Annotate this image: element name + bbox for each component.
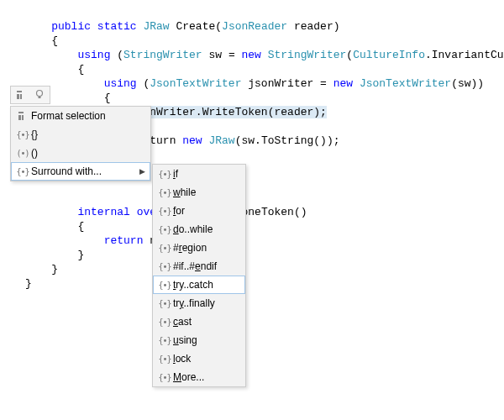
template-icon: {•} xyxy=(156,207,173,216)
template-icon: {•} xyxy=(156,225,173,234)
submenu-arrow-icon: ▶ xyxy=(139,167,145,176)
code-line: { xyxy=(25,34,58,47)
parens-icon: (•) xyxy=(14,149,31,158)
surround-item-label: #if..#endif xyxy=(173,260,240,272)
surround-item-more[interactable]: {•}More... xyxy=(153,368,245,386)
surround-item-label: #region xyxy=(173,242,240,254)
menu-item-format-selection[interactable]: Format selection xyxy=(11,107,150,125)
surround-item-region[interactable]: {•}#region xyxy=(153,239,245,257)
template-icon: {•} xyxy=(156,336,173,345)
menu-item-label: Surround with... xyxy=(31,165,139,177)
svg-point-0 xyxy=(37,91,43,97)
menu-item-label: () xyxy=(31,147,145,159)
surround-item-label: try..finally xyxy=(173,297,240,309)
bulb-icon[interactable] xyxy=(33,88,46,102)
surround-item-label: More... xyxy=(173,371,240,383)
menu-item-[interactable]: {•}{} xyxy=(11,125,150,144)
surround-item-label: if xyxy=(173,168,240,180)
surround-item-try-finally[interactable]: {•}try..finally xyxy=(153,294,245,312)
surround-item-if[interactable]: {•}if xyxy=(153,165,245,183)
code-line: public static JRaw Create(JsonReader rea… xyxy=(25,20,340,33)
surround-item-while[interactable]: {•}while xyxy=(153,183,245,202)
braces-icon: {•} xyxy=(14,167,31,176)
template-icon: {•} xyxy=(156,188,173,197)
template-icon: {•} xyxy=(156,281,173,290)
menu-item-surround-with[interactable]: {•}Surround with...▶ xyxy=(11,162,150,181)
template-icon: {•} xyxy=(156,262,173,271)
code-line: { xyxy=(25,220,84,233)
menu-item-[interactable]: (•)() xyxy=(11,144,150,162)
surround-item-label: lock xyxy=(173,353,240,365)
surround-item-cast[interactable]: {•}cast xyxy=(153,312,245,331)
template-icon: {•} xyxy=(156,299,173,308)
template-icon: {•} xyxy=(156,318,173,327)
brush-icon xyxy=(14,110,31,122)
menu-item-label: Format selection xyxy=(31,110,145,122)
code-line xyxy=(25,192,32,204)
context-menu: Format selection{•}{}(•)(){•}Surround wi… xyxy=(10,106,151,181)
code-line: using (JsonTextWriter jsonWriter = new J… xyxy=(25,77,484,90)
surround-item-lock[interactable]: {•}lock xyxy=(153,349,245,368)
surround-item-using[interactable]: {•}using xyxy=(153,331,245,349)
template-icon: {•} xyxy=(156,354,173,364)
surround-item-if-endif[interactable]: {•}#if..#endif xyxy=(153,257,245,276)
format-icon[interactable] xyxy=(14,88,28,102)
code-line: } xyxy=(25,263,58,276)
menu-item-label: {} xyxy=(31,129,145,140)
surround-item-label: while xyxy=(173,186,240,198)
surround-item-label: using xyxy=(173,334,240,346)
surround-item-try-catch[interactable]: {•}try..catch xyxy=(153,276,245,294)
template-icon: {•} xyxy=(156,244,173,253)
template-icon: {•} xyxy=(156,373,173,382)
code-line: } xyxy=(25,277,32,290)
quick-actions-toolbar xyxy=(10,86,50,104)
surround-item-label: cast xyxy=(173,316,240,328)
surround-item-label: try..catch xyxy=(173,279,240,291)
template-icon: {•} xyxy=(156,170,173,179)
surround-item-label: do..while xyxy=(173,223,240,235)
code-line: } xyxy=(25,249,84,261)
code-line: using (StringWriter sw = new StringWrite… xyxy=(25,49,504,61)
surround-item-for[interactable]: {•}for xyxy=(153,202,245,220)
surround-item-do-while[interactable]: {•}do..while xyxy=(153,220,245,239)
code-line: { xyxy=(25,63,84,76)
braces-icon: {•} xyxy=(14,130,31,139)
surround-item-label: for xyxy=(173,205,240,217)
code-line: return ne xyxy=(25,234,163,247)
surround-with-submenu: {•}if{•}while{•}for{•}do..while{•}#regio… xyxy=(152,164,246,387)
